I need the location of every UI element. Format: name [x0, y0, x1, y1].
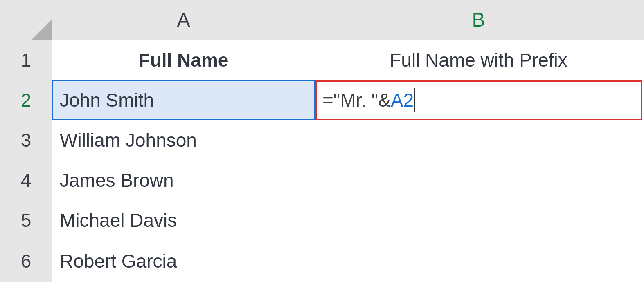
column-header-B[interactable]: B — [315, 0, 642, 40]
cell-B1[interactable]: Full Name with Prefix — [315, 40, 642, 80]
cell-A3[interactable]: William Johnson — [52, 120, 315, 160]
edge-cell — [642, 160, 644, 200]
spreadsheet-grid: A B 1 Full Name Full Name with Prefix 2 … — [0, 0, 644, 282]
select-all-corner[interactable] — [0, 0, 52, 40]
cell-B6[interactable] — [315, 240, 642, 282]
edge-cell — [642, 40, 644, 80]
column-header-A[interactable]: A — [52, 0, 315, 40]
edge-cell — [642, 200, 644, 240]
text-cursor-icon — [414, 88, 415, 112]
cell-A1[interactable]: Full Name — [52, 40, 315, 80]
cell-B4[interactable] — [315, 160, 642, 200]
edge-cell — [642, 120, 644, 160]
cell-B2-formula-editor[interactable]: ="Mr. "&A2 — [315, 80, 642, 120]
row-header-1[interactable]: 1 — [0, 40, 52, 80]
cell-B3[interactable] — [315, 120, 642, 160]
row-header-2[interactable]: 2 — [0, 80, 52, 120]
edge-cell — [642, 80, 644, 120]
cell-A5[interactable]: Michael Davis — [52, 200, 315, 240]
row-header-5[interactable]: 5 — [0, 200, 52, 240]
edge-cell — [642, 240, 644, 282]
cell-B5[interactable] — [315, 200, 642, 240]
cell-A2[interactable]: John Smith — [52, 80, 315, 120]
corner-triangle-icon — [32, 19, 52, 40]
formula-literal: ="Mr. "& — [322, 89, 391, 111]
row-header-6[interactable]: 6 — [0, 240, 52, 282]
cell-A6[interactable]: Robert Garcia — [52, 240, 315, 282]
row-header-3[interactable]: 3 — [0, 120, 52, 160]
row-header-4[interactable]: 4 — [0, 160, 52, 200]
cell-A4[interactable]: James Brown — [52, 160, 315, 200]
edge-header — [642, 0, 644, 40]
formula-cell-reference: A2 — [391, 89, 414, 111]
